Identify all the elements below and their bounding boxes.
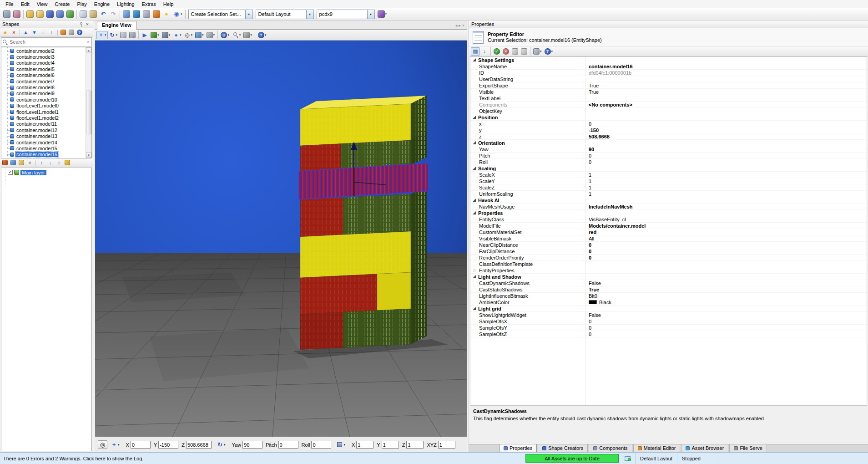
move-down-icon[interactable]: ▼ [30, 29, 39, 36]
property-row-z[interactable]: z508.6668 [470, 133, 867, 140]
property-row-userdatastring[interactable]: UserDataString [470, 76, 867, 82]
property-row-exportshape[interactable]: ExportShapeTrue [470, 82, 867, 89]
cloud-icon[interactable] [9, 159, 17, 166]
property-value[interactable]: 1 [585, 185, 867, 190]
alphabetical-icon[interactable]: ↓ [480, 47, 489, 56]
add-layer-icon[interactable] [1, 159, 9, 166]
property-row-entityclass[interactable]: EntityClassVisBaseEntity_cl [470, 216, 867, 223]
apply-icon[interactable]: ✓ [492, 47, 501, 56]
property-row-renderorderpriority[interactable]: RenderOrderPriority0 [470, 255, 867, 261]
open-folder-icon[interactable] [25, 10, 35, 19]
shield-icon[interactable]: ▾ [205, 31, 217, 39]
pin-icon[interactable]: ▾ [532, 47, 543, 56]
tree-item-container-model5[interactable]: container.model5 [1, 66, 86, 72]
property-value[interactable]: container.model16 [585, 64, 867, 69]
property-value[interactable]: Models/container.model [585, 223, 867, 229]
cursor-icon[interactable]: ▶ [140, 31, 149, 39]
move-up-icon[interactable]: ▲ [21, 29, 30, 36]
position-x-input[interactable] [131, 441, 151, 449]
property-value[interactable]: 0 [585, 249, 867, 254]
property-value[interactable]: 0 [585, 121, 867, 127]
property-row-modelfile[interactable]: ModelFileModels/container.model [470, 223, 867, 229]
cube-icon[interactable]: ▾ [194, 31, 205, 39]
menu-item-create[interactable]: Create [51, 1, 73, 7]
property-row-classdefinitiontemplate[interactable]: ClassDefinitionTemplate [470, 261, 867, 267]
position-y-input[interactable] [158, 441, 178, 449]
property-row-objectkey[interactable]: ObjectKey [470, 108, 867, 114]
revert-icon[interactable]: × [501, 47, 510, 56]
tab-components[interactable]: Components [589, 444, 632, 452]
layout-icon[interactable] [121, 10, 131, 19]
paste-icon[interactable] [520, 47, 529, 56]
save-all-icon[interactable] [55, 10, 65, 19]
property-group-position[interactable]: Position [470, 114, 867, 121]
dropdown-arrow-icon[interactable]: ▾ [306, 10, 313, 19]
property-value[interactable]: 1 [585, 172, 867, 178]
property-row-yaw[interactable]: Yaw90 [470, 146, 867, 153]
menu-item-engine[interactable]: Engine [91, 1, 113, 7]
visibility-icon[interactable]: ◉▾ [172, 10, 184, 19]
property-group-light-grid[interactable]: Light grid [470, 306, 867, 312]
property-group-havok-ai[interactable]: Havok AI [470, 197, 867, 204]
property-value[interactable]: IncludeInNavMesh [585, 204, 867, 209]
scroll-up-icon[interactable]: ▲ [86, 47, 91, 53]
property-row-lightinfluencebitmask[interactable]: LightInfluenceBitmaskBit0 [470, 293, 867, 299]
sphere-icon[interactable]: ●▾ [172, 31, 183, 39]
property-value[interactable]: True [585, 287, 867, 292]
package-icon[interactable] [131, 10, 141, 19]
property-value[interactable]: VisBaseEntity_cl [585, 217, 867, 222]
property-value[interactable]: 0 [585, 153, 867, 158]
tab-file-serve[interactable]: File Serve [729, 444, 767, 452]
clear-search-icon[interactable]: × [85, 40, 91, 45]
property-row-entityproperties[interactable]: ▷EntityProperties [470, 267, 867, 274]
roll-input[interactable] [311, 441, 331, 449]
tab-scroll-left-icon[interactable]: ◂ [455, 23, 458, 28]
property-value[interactable]: 0 [585, 159, 867, 165]
property-row-y[interactable]: y-150 [470, 127, 867, 133]
property-row-sampleofsy[interactable]: SampleOfsY0 [470, 325, 867, 331]
delete-icon[interactable]: × [10, 29, 18, 36]
scale-xyz-input[interactable] [438, 441, 455, 449]
pitch-input[interactable] [278, 441, 298, 449]
rotate-icon[interactable]: ↻▾ [108, 31, 119, 39]
move-tool-button[interactable]: +▾ [109, 440, 121, 449]
tree-item-container-model15[interactable]: container.model15 [1, 145, 86, 151]
sort-desc-icon[interactable]: ↑ [47, 29, 56, 36]
property-value[interactable]: 0 [585, 242, 867, 248]
menu-item-play[interactable]: Play [73, 1, 90, 7]
menu-item-help[interactable]: Help [160, 1, 177, 7]
close-button[interactable]: × [84, 21, 91, 27]
move-down-icon[interactable]: ↓ [46, 159, 55, 167]
property-row-caststaticshadows[interactable]: CastStaticShadowsTrue [470, 286, 867, 293]
menu-item-edit[interactable]: Edit [17, 1, 33, 7]
property-value[interactable]: False [585, 312, 867, 318]
property-row-visible[interactable]: VisibleTrue [470, 89, 867, 95]
eraser-icon[interactable] [12, 10, 22, 19]
property-group-scaling[interactable]: Scaling [470, 165, 867, 172]
scroll-thumb[interactable] [86, 91, 91, 134]
tab-material-editor[interactable]: Material Editor [633, 444, 681, 452]
tree-item-container-model16[interactable]: container.model16 [1, 152, 86, 158]
property-row-custommaterialset[interactable]: CustomMaterialSetred [470, 229, 867, 235]
layer-row[interactable]: ✓Main layer [2, 169, 91, 176]
property-group-properties[interactable]: Properties [470, 210, 867, 216]
tree-item-floorlevel1-model1[interactable]: floorLevel1.model1 [1, 109, 86, 115]
scale-z-input[interactable] [406, 441, 424, 449]
add-folder-icon[interactable] [35, 10, 45, 19]
position-z-input[interactable] [186, 441, 212, 449]
wrench-icon[interactable]: ▾ [242, 31, 253, 39]
property-row-scalez[interactable]: ScaleZ1 [470, 184, 867, 191]
paste-icon[interactable] [88, 10, 98, 19]
viewport-3d[interactable] [95, 41, 467, 437]
tree-item-container-model9[interactable]: container.model9 [1, 91, 86, 97]
property-value[interactable]: All [585, 236, 867, 241]
property-value[interactable]: <No components> [585, 102, 867, 107]
property-value[interactable]: 0 [585, 319, 867, 324]
property-group-shape-settings[interactable]: Shape Settings [470, 57, 867, 63]
move-icon[interactable]: +▾ [96, 31, 108, 39]
property-row-farclipdistance[interactable]: FarClipDistance0 [470, 248, 867, 255]
lock-icon[interactable] [63, 159, 71, 166]
terrain-icon[interactable]: ▾ [149, 31, 161, 39]
undo-icon[interactable]: ↶ [98, 10, 108, 19]
tree-item-floorlevel1-model2[interactable]: floorLevel1.model2 [1, 115, 86, 121]
